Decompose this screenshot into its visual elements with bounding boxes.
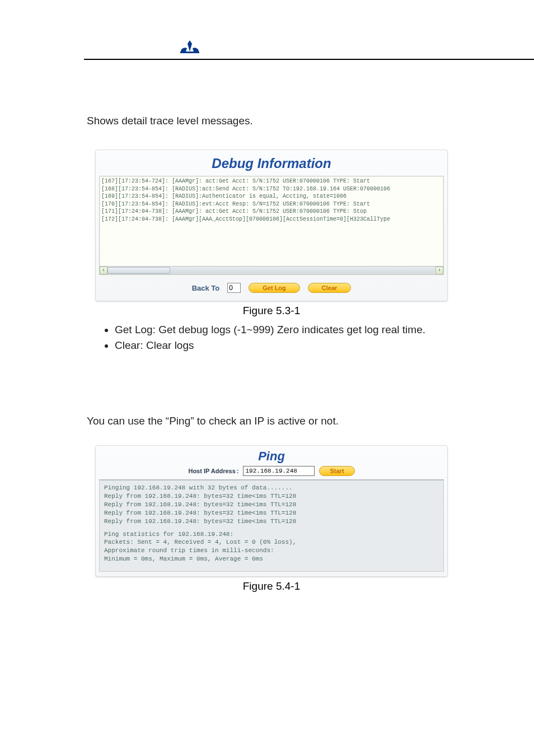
ping-output-line: Reply from 192.168.19.248: bytes=32 time… (104, 517, 439, 526)
debug-panel-title: Debug Information (96, 150, 447, 176)
ping-output-line: Approximate round trip times in milli-se… (104, 547, 439, 555)
ping-output-line: Packets: Sent = 4, Received = 4, Lost = … (104, 538, 439, 547)
clear-button[interactable]: Clear (308, 283, 352, 293)
log-line: [170][17:23:54-854]: [RADIUS]:evt:Acct R… (101, 200, 441, 208)
ping-output: Pinging 192.168.19.248 with 32 bytes of … (99, 479, 444, 572)
scroll-left-icon[interactable]: ‹ (100, 267, 107, 274)
host-ip-input[interactable] (243, 466, 315, 476)
bullet-item: Clear: Clear logs (115, 338, 456, 353)
ping-output-line: Minimum = 0ms, Maximum = 0ms, Average = … (104, 555, 439, 563)
intro-text-1: Shows detail trace level messages. (87, 115, 456, 127)
page: Shows detail trace level messages. Debug… (0, 0, 534, 756)
log-line: [168][17:23:54-854]: [RADIUS]:act:Send A… (101, 185, 441, 193)
debug-figure: Debug Information [167][17:23:54-724]: [… (95, 150, 448, 317)
host-ip-label-text: Host IP Address (188, 468, 235, 474)
debug-panel: Debug Information [167][17:23:54-724]: [… (95, 150, 448, 301)
ping-output-line: Reply from 192.168.19.248: bytes=32 time… (104, 492, 439, 501)
backto-input[interactable] (227, 283, 241, 293)
ping-form: Host IP Address: Start (96, 465, 447, 479)
debug-log-text: [167][17:23:54-724]: [AAAMgr]: act:Get A… (100, 176, 443, 224)
ping-panel: Ping Host IP Address: Start Pinging 192.… (95, 445, 448, 577)
log-line: [171][17:24:04-738]: [AAAMgr]: act:Get A… (101, 208, 441, 216)
host-ip-label: Host IP Address: (188, 468, 238, 474)
log-line: [167][17:23:54-724]: [AAAMgr]: act:Get A… (101, 178, 441, 185)
ping-output-line: Pinging 192.168.19.248 with 32 bytes of … (104, 484, 439, 492)
backto-label: Back To (192, 284, 220, 292)
ping-output-line: Ping statistics for 192.168.19.248: (104, 530, 439, 539)
svg-rect-0 (180, 52, 199, 53)
ping-output-line: Reply from 192.168.19.248: bytes=32 time… (104, 501, 439, 509)
spacer (87, 353, 456, 415)
feature-bullets: Get Log: Get debug logs (-1~999) Zero in… (87, 323, 456, 352)
getlog-button[interactable]: Get Log (249, 283, 300, 293)
debug-log-textarea[interactable]: [167][17:23:54-724]: [AAAMgr]: act:Get A… (99, 176, 444, 275)
horizontal-scrollbar[interactable]: ‹ › (100, 266, 443, 274)
start-button[interactable]: Start (319, 466, 354, 476)
log-line: [169][17:23:54-854]: [RADIUS]:Authentica… (101, 193, 441, 200)
ping-output-line: Reply from 192.168.19.248: bytes=32 time… (104, 509, 439, 517)
ping-figure: Ping Host IP Address: Start Pinging 192.… (95, 445, 448, 592)
figure-caption-1: Figure 5.3-1 (95, 305, 448, 317)
figure-caption-2: Figure 5.4-1 (95, 580, 448, 592)
horizontal-rule (84, 59, 534, 60)
bullet-item: Get Log: Get debug logs (-1~999) Zero in… (115, 323, 456, 337)
debug-controls: Back To Get Log Clear (96, 275, 447, 301)
ping-panel-title: Ping (96, 446, 447, 465)
content: Shows detail trace level messages. Debug… (87, 115, 456, 592)
scrollbar-thumb[interactable] (107, 267, 170, 274)
brand-logo (179, 39, 200, 56)
log-line: [172][17:24:04-738]: [AAAMgr][AAA_AcctSt… (101, 216, 441, 223)
intro-text-2: You can use the “Ping” to check an IP is… (87, 415, 456, 427)
scroll-right-icon[interactable]: › (435, 267, 443, 274)
logo-icon (179, 39, 200, 56)
scrollbar-track[interactable] (107, 267, 435, 274)
